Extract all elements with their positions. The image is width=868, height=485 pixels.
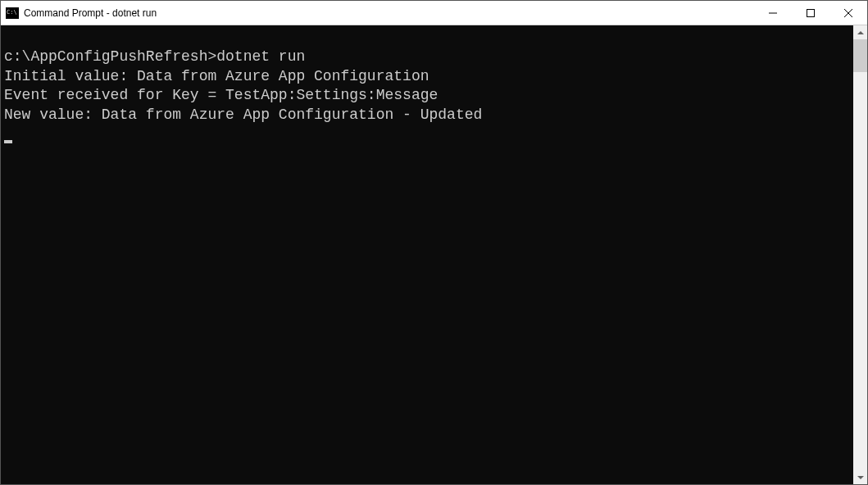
terminal-output-line: Event received for Key = TestApp:Setting…	[4, 86, 850, 105]
close-icon	[844, 9, 852, 17]
terminal-prompt: c:\AppConfigPushRefresh>	[4, 48, 216, 65]
vertical-scrollbar[interactable]	[853, 25, 867, 484]
terminal-output-line: New value: Data from Azure App Configura…	[4, 106, 850, 125]
titlebar: C:\ Command Prompt - dotnet run	[1, 1, 867, 25]
close-button[interactable]	[829, 1, 867, 25]
maximize-button[interactable]	[792, 1, 829, 25]
terminal-area: c:\AppConfigPushRefresh>dotnet runInitia…	[1, 25, 867, 484]
svg-marker-5	[857, 476, 864, 479]
scroll-up-button[interactable]	[853, 25, 867, 39]
terminal-output-line: Initial value: Data from Azure App Confi…	[4, 67, 850, 86]
scroll-thumb[interactable]	[853, 39, 867, 72]
chevron-up-icon	[857, 31, 864, 34]
titlebar-left: C:\ Command Prompt - dotnet run	[1, 7, 157, 19]
terminal-blank	[4, 29, 850, 48]
svg-marker-4	[857, 31, 864, 34]
terminal[interactable]: c:\AppConfigPushRefresh>dotnet runInitia…	[1, 25, 853, 484]
scroll-down-button[interactable]	[853, 470, 867, 484]
terminal-prompt-line: c:\AppConfigPushRefresh>dotnet run	[4, 48, 850, 66]
chevron-down-icon	[857, 476, 864, 479]
maximize-icon	[807, 9, 815, 17]
terminal-command: dotnet run	[216, 48, 305, 65]
minimize-button[interactable]	[754, 1, 792, 25]
svg-rect-1	[807, 9, 815, 16]
scroll-track[interactable]	[853, 39, 867, 470]
window-title: Command Prompt - dotnet run	[24, 7, 157, 19]
cmd-icon-label: C:\	[7, 10, 17, 16]
window-controls	[754, 1, 867, 25]
cmd-icon: C:\	[6, 7, 19, 19]
terminal-cursor	[4, 140, 12, 143]
minimize-icon	[769, 9, 777, 17]
